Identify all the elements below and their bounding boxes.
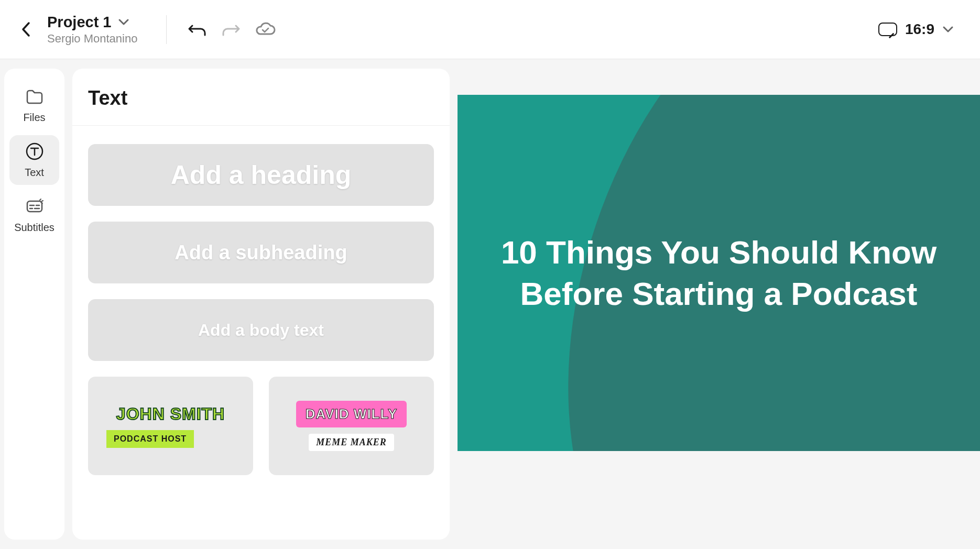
undo-icon (187, 21, 207, 37)
add-body-text-button[interactable]: Add a body text (88, 299, 434, 361)
redo-icon (221, 21, 241, 37)
nav-label: Subtitles (14, 222, 55, 234)
redo-button[interactable] (219, 18, 243, 41)
text-template-1[interactable]: JOHN SMITH PODCAST HOST (88, 377, 253, 475)
chevron-down-icon (118, 18, 129, 26)
chevron-left-icon (20, 21, 32, 37)
left-nav: Files Text Subtitles (4, 69, 64, 540)
option-label: Add a heading (171, 160, 351, 190)
aspect-ratio-icon (878, 23, 897, 36)
template-tag: PODCAST HOST (106, 430, 194, 448)
add-heading-button[interactable]: Add a heading (88, 144, 434, 206)
text-template-2[interactable]: DAVID WILLY MEME MAKER (269, 377, 434, 475)
option-label: Add a subheading (175, 241, 347, 264)
option-label: Add a body text (198, 321, 324, 340)
add-subheading-button[interactable]: Add a subheading (88, 222, 434, 283)
template-name: DAVID WILLY (296, 401, 407, 427)
nav-item-text[interactable]: Text (9, 135, 59, 185)
text-icon (25, 141, 45, 161)
nav-label: Files (23, 112, 45, 124)
back-button[interactable] (16, 19, 37, 40)
topbar: Project 1 Sergio Montanino 16:9 (0, 0, 980, 59)
nav-item-files[interactable]: Files (9, 80, 59, 130)
main-area: Files Text Subtitles Text (0, 59, 980, 549)
canvas-wrapper: 10 Things You Should Know Before Startin… (458, 69, 980, 540)
aspect-ratio-label: 16:9 (905, 21, 934, 38)
canvas[interactable]: 10 Things You Should Know Before Startin… (458, 95, 980, 451)
chevron-down-icon (942, 26, 954, 33)
divider (166, 15, 167, 44)
template-tag: MEME MAKER (309, 434, 394, 451)
subtitles-icon (25, 196, 45, 216)
project-info: Project 1 Sergio Montanino (47, 14, 137, 46)
folder-icon (25, 86, 45, 106)
project-title-dropdown[interactable]: Project 1 (47, 14, 137, 31)
text-panel: Text Add a heading Add a subheading Add … (72, 69, 450, 540)
svg-rect-1 (27, 201, 42, 212)
undo-button[interactable] (185, 18, 209, 41)
cloud-check-icon (255, 21, 276, 37)
project-author: Sergio Montanino (47, 32, 137, 46)
project-title: Project 1 (47, 14, 112, 31)
panel-title: Text (88, 87, 434, 109)
text-templates-row: JOHN SMITH PODCAST HOST DAVID WILLY MEME… (88, 377, 434, 475)
canvas-title-text[interactable]: 10 Things You Should Know Before Startin… (458, 232, 980, 315)
cloud-sync-button[interactable] (253, 18, 277, 41)
aspect-ratio-dropdown[interactable]: 16:9 (878, 21, 954, 38)
template-name: JOHN SMITH (116, 404, 225, 424)
nav-label: Text (25, 167, 44, 179)
nav-item-subtitles[interactable]: Subtitles (9, 190, 59, 240)
divider (72, 125, 450, 126)
